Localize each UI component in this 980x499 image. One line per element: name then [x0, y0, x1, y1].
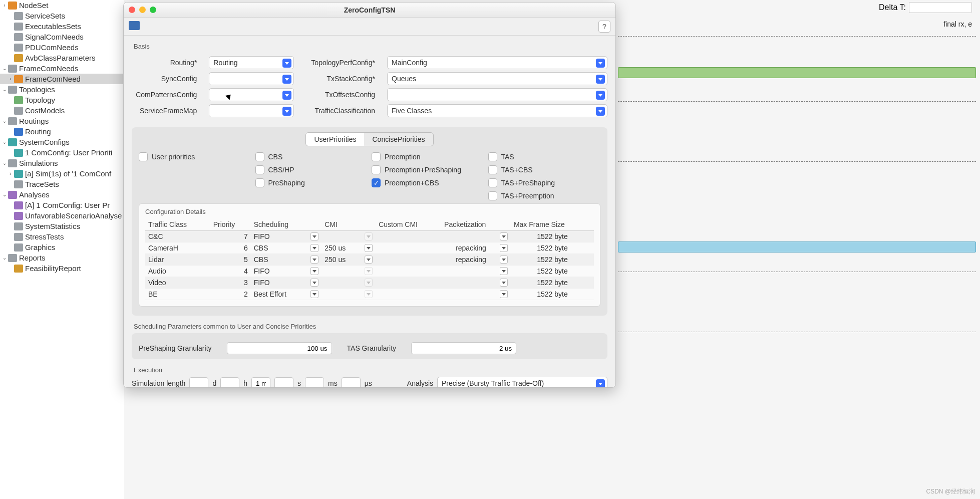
simlen-ms[interactable] — [305, 377, 324, 387]
tree-item-label: Routing — [25, 126, 51, 137]
combo-TxOffsetsConfig[interactable] — [387, 88, 607, 101]
checkbox-TAS-CBS[interactable]: TAS+CBS — [488, 165, 601, 174]
tree-item[interactable]: AvbClassParameters — [0, 53, 124, 63]
combo-Routing*[interactable]: Routing — [209, 56, 294, 69]
combo-ServiceFrameMap[interactable] — [209, 104, 294, 117]
packetization-select[interactable]: repacking — [444, 256, 508, 264]
simlen-s[interactable] — [274, 377, 293, 387]
checkbox-TAS[interactable]: TAS — [488, 152, 601, 161]
tree-item[interactable]: StressTests — [0, 231, 124, 242]
checkbox-CBS-HP[interactable]: CBS/HP — [255, 165, 368, 174]
checkbox-TAS-Preemption[interactable]: TAS+Preemption — [488, 191, 601, 200]
minimize-icon[interactable] — [139, 7, 146, 13]
scheduling-select[interactable]: FIFO — [254, 232, 319, 240]
tab-userpriorities[interactable]: UserPriorities — [306, 133, 364, 146]
chevron-down-icon — [310, 267, 318, 275]
checkbox-Preemption[interactable]: Preemption — [372, 152, 484, 161]
column-header: Custom CMI — [376, 218, 441, 231]
tab-concisepriorities[interactable]: ConcisePriorities — [364, 133, 433, 146]
help-button[interactable]: ? — [598, 21, 610, 33]
tree-item-label: Graphics — [25, 242, 55, 253]
tree-item[interactable]: 1 ComConfig: User Prioriti — [0, 147, 124, 158]
cmi-select[interactable]: 250 us — [324, 256, 373, 264]
tree-item[interactable]: ›NodeSet — [0, 0, 124, 11]
combo-TopologyPerfConfig*[interactable]: MainConfig — [387, 56, 607, 69]
scheduling-select[interactable]: CBS — [254, 256, 319, 264]
checkbox-Preemption-PreShaping[interactable]: Preemption+PreShaping — [372, 165, 484, 174]
tree-item-label: FrameComNeed — [25, 74, 81, 84]
tree-item[interactable]: ServiceSets — [0, 11, 124, 21]
tree-item[interactable]: ⌄Analyses — [0, 189, 124, 200]
analysis-label: Analysis — [407, 379, 433, 387]
scheduling-select[interactable]: Best Effort — [254, 290, 319, 298]
tree-item[interactable]: ExecutablesSets — [0, 21, 124, 32]
tree-item[interactable]: ⌄Simulations — [0, 158, 124, 168]
tasg-input[interactable] — [411, 342, 516, 354]
tree-item[interactable]: SignalComNeeds — [0, 32, 124, 42]
scheduling-select[interactable]: FIFO — [254, 267, 319, 275]
tree-item-icon — [8, 159, 17, 167]
tree-item-icon — [14, 149, 23, 157]
checkbox-User-priorities[interactable]: User priorities — [139, 152, 251, 161]
packetization-select[interactable] — [444, 290, 508, 298]
tree-item[interactable]: ⌄FrameComNeeds — [0, 63, 124, 74]
packetization-select[interactable] — [444, 267, 508, 275]
tree-item[interactable]: ⌄Topologies — [0, 84, 124, 95]
tree-item[interactable]: ⌄Routings — [0, 116, 124, 126]
checkbox-TAS-PreShaping[interactable]: TAS+PreShaping — [488, 178, 601, 187]
combo-TrafficClassification[interactable]: Five Classes — [387, 104, 607, 117]
zoom-icon[interactable] — [150, 7, 156, 13]
watermark: CSDN @经纬恒润 — [926, 487, 975, 496]
combo-ComPatternsConfig[interactable] — [209, 88, 294, 101]
simlen-m[interactable] — [251, 377, 270, 387]
tree-item[interactable]: TraceSets — [0, 179, 124, 189]
column-header: Max Frame Size — [511, 218, 594, 231]
tree-item-icon — [8, 86, 17, 94]
tree-item[interactable]: UnfavorableScenarioAnalyse — [0, 210, 124, 221]
config-window: ZeroConfigTSN ? Basis Routing*RoutingTop… — [123, 2, 616, 388]
preshape-input[interactable] — [227, 342, 332, 354]
scheduling-select[interactable]: FIFO — [254, 279, 319, 287]
cmi-select[interactable]: 250 us — [324, 244, 373, 252]
tree-item[interactable]: Topology — [0, 95, 124, 105]
delta-t-input[interactable] — [909, 2, 972, 13]
tree-item[interactable]: PDUComNeeds — [0, 42, 124, 53]
packetization-select[interactable] — [444, 279, 508, 287]
tree-item[interactable]: ›FrameComNeed — [0, 74, 124, 84]
tree-item-label: SystemConfigs — [19, 137, 70, 147]
tree-item[interactable]: ›[a] Sim(1s) of '1 ComConf — [0, 168, 124, 179]
scheduling-select[interactable]: CBS — [254, 244, 319, 252]
checkbox-PreShaping[interactable]: PreShaping — [255, 178, 368, 187]
chevron-down-icon — [310, 244, 318, 252]
tree-item[interactable]: [A] 1 ComConfig: User Pr — [0, 200, 124, 210]
combo-TxStackConfig*[interactable]: Queues — [387, 72, 607, 85]
chevron-down-icon — [596, 75, 605, 84]
unit-d: d — [212, 379, 216, 387]
simlen-d[interactable] — [189, 377, 208, 387]
cursor-icon — [227, 93, 234, 102]
tree-item[interactable]: SystemStatistics — [0, 221, 124, 231]
tree-item[interactable]: FeasibilityReport — [0, 263, 124, 274]
tree-item[interactable]: ⌄SystemConfigs — [0, 137, 124, 147]
tree-item-icon — [8, 2, 17, 10]
project-tree[interactable]: ›NodeSetServiceSetsExecutablesSetsSignal… — [0, 0, 124, 499]
close-icon[interactable] — [129, 7, 135, 13]
analysis-combo[interactable]: Precise (Bursty Traffic Trade-Off) — [437, 377, 607, 387]
checkbox-Preemption-CBS[interactable]: Preemption+CBS — [372, 178, 484, 187]
simlen-us[interactable] — [342, 377, 361, 387]
packetization-select[interactable]: repacking — [444, 244, 508, 252]
checkbox-label: TAS — [501, 153, 514, 161]
preshape-label: PreShaping Granularity — [139, 344, 212, 352]
tree-item[interactable]: Graphics — [0, 242, 124, 253]
simlen-h[interactable] — [220, 377, 239, 387]
chevron-down-icon — [282, 91, 291, 100]
simlen-label: Simulation length — [132, 379, 185, 387]
priorities-panel: UserPriorities ConcisePriorities User pr… — [132, 127, 607, 316]
tree-item[interactable]: Routing — [0, 126, 124, 137]
tree-item[interactable]: ⌄Reports — [0, 253, 124, 263]
checkbox-CBS[interactable]: CBS — [255, 152, 368, 161]
packetization-select[interactable] — [444, 232, 508, 240]
combo-SyncConfig[interactable] — [209, 72, 294, 85]
tree-item-icon — [8, 254, 17, 262]
tree-item[interactable]: CostModels — [0, 105, 124, 116]
